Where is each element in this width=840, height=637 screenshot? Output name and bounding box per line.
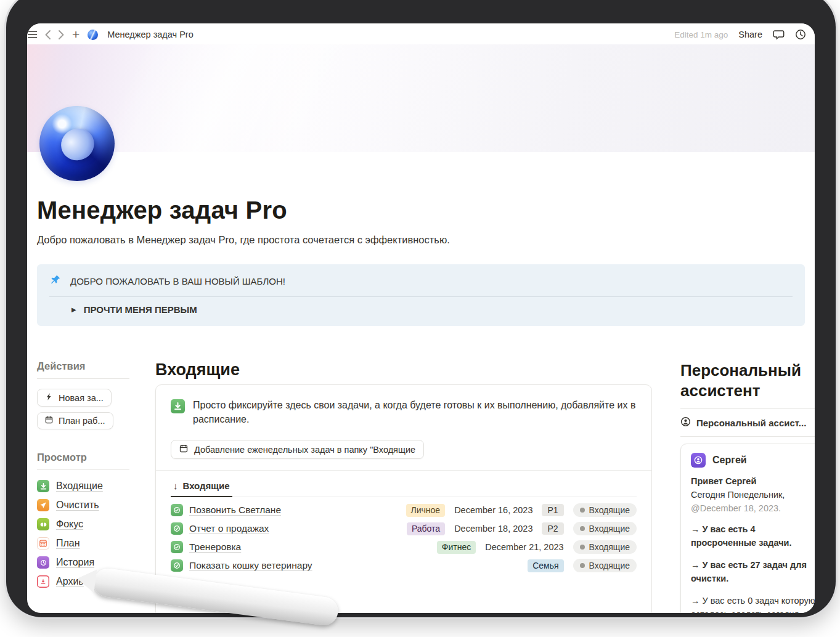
brain-icon [37,518,49,530]
category-tag[interactable]: Фитнес [437,541,476,554]
inbox-card: Просто фиксируйте здесь свои задачи, а к… [155,384,652,613]
calendar-icon [45,416,53,426]
due-date[interactable]: December 16, 2023 [454,505,532,515]
status-dot-icon [580,563,585,568]
share-button[interactable]: Share [738,30,762,39]
task-check-icon[interactable] [171,541,183,553]
sidebar-label: План [56,538,80,549]
calendar-icon [179,444,188,455]
forward-icon[interactable] [59,30,64,39]
priority-badge[interactable]: P2 [542,522,563,535]
assistant-avatar-icon [691,453,706,468]
due-date[interactable]: December 18, 2023 [454,524,532,534]
tab-title[interactable]: Менеджер задач Pro [107,30,193,39]
tab-inbox[interactable]: ↓ Входящие [171,478,232,497]
status-dot-icon [580,508,585,513]
welcome-callout: ДОБРО ПОЖАЛОВАТЬ В ВАШ НОВЫЙ ШАБЛОН! ▶ П… [37,264,805,326]
due-date[interactable]: December 21, 2023 [485,542,563,552]
assistant-bullet: → У вас есть 27 задач для очистки. [691,559,815,586]
inbox-arrow-down-icon [171,399,185,413]
sidebar-item-history[interactable]: История [37,556,129,569]
weekly-tasks-button[interactable]: Добавление еженедельных задач в папку "В… [171,440,424,459]
inbox-section: Входящие Просто фиксируйте здесь свои за… [155,360,652,613]
weekly-tasks-label: Добавление еженедельных задач в папку "В… [194,445,415,455]
assistant-toggle-label: Персональный ассист... [696,418,806,428]
status-pill[interactable]: Входящие [573,559,637,572]
new-task-label: Новая за... [59,393,104,403]
task-title[interactable]: Показать кошку ветеринару [189,560,312,571]
paper-plane-icon [37,499,49,511]
assistant-section: Персональный ассистент Персональный асси… [680,360,815,613]
category-tag[interactable]: Работа [407,522,445,536]
new-task-button[interactable]: Новая за... [37,389,112,407]
task-check-icon[interactable] [171,504,183,516]
status-pill[interactable]: Входящие [573,503,637,517]
status-dot-icon [580,526,585,531]
view-heading: Просмотр [37,452,129,463]
lightning-icon [45,392,53,403]
assistant-name: Сергей [712,455,747,466]
actions-heading: Действия [37,360,129,372]
toggle-label: ПРОЧТИ МЕНЯ ПЕРВЫМ [84,304,197,315]
tablet-frame: + Менеджер задач Pro Edited 1m ago Share… [6,0,836,617]
pushpin-icon [49,274,61,288]
tab-label: Входящие [183,481,230,491]
table-row[interactable]: Отчет о продажах Работа December 18, 202… [171,519,637,538]
table-row[interactable]: Показать кошку ветеринару Семья Входящие [171,556,637,575]
assistant-greeting: Привет Сергей [691,475,815,489]
read-me-first-toggle[interactable]: ▶ ПРОЧТИ МЕНЯ ПЕРВЫМ [71,304,793,315]
browser-topbar: + Менеджер задач Pro Edited 1m ago Share [27,23,815,44]
archive-icon [37,575,49,588]
sidebar-item-focus[interactable]: Фокус [37,518,129,530]
history-clock-icon[interactable] [795,29,806,40]
sidebar-item-inbox[interactable]: Входящие [37,480,129,492]
page-logo [39,106,115,181]
person-circle-icon [680,416,691,429]
task-check-icon[interactable] [171,522,183,535]
assistant-card: Сергей Привет Сергей Сегодня Понедельник… [680,444,815,613]
calendar-grid-icon [37,537,49,550]
task-title[interactable]: Тренеровка [189,542,241,553]
status-dot-icon [580,545,585,550]
task-rows: Позвонить Светлане Личное December 16, 2… [171,501,637,593]
back-icon[interactable] [45,30,51,39]
category-tag[interactable]: Личное [406,504,446,517]
task-title[interactable]: Позвонить Светлане [189,505,281,516]
status-pill[interactable]: Входящие [573,522,637,535]
date-mention[interactable]: @December 18, 2023. [691,502,815,516]
assistant-heading: Персональный ассистент [680,360,815,400]
task-title[interactable]: Отчет о продажах [189,523,269,534]
sidebar-label: Фокус [56,519,83,530]
inbox-note: Просто фиксируйте здесь свои задачи, а к… [193,399,637,426]
clock-icon [37,556,49,569]
page-icon [88,30,98,40]
new-tab-icon[interactable]: + [72,28,80,41]
status-pill[interactable]: Входящие [573,540,637,554]
category-tag[interactable]: Семья [528,559,563,573]
view-tabs: ↓ Входящие [171,478,637,497]
page-subtitle: Добро пожаловать в Менеджер задач Pro, г… [37,234,805,246]
sidebar-item-clear[interactable]: Очистить [37,499,129,511]
menu-icon[interactable] [28,31,37,38]
left-sidebar: Действия Новая за... План раб... [37,360,129,594]
sidebar-label: История [56,557,94,568]
inbox-arrow-down-icon [37,480,49,492]
assistant-toggle[interactable]: Персональный ассист... ⌄ [680,416,815,429]
table-row[interactable]: Тренеровка Фитнес December 21, 2023 Вход… [171,538,637,556]
cover-image [27,44,815,152]
assistant-bullet: → У вас есть 4 просроченные задачи. [691,523,815,550]
page-title: Менеджер задач Pro [37,152,805,224]
sidebar-label: Очистить [56,500,99,511]
table-row[interactable]: Позвонить Светлане Личное December 16, 2… [171,501,637,519]
comments-icon[interactable] [773,29,785,40]
priority-badge[interactable]: P1 [542,504,563,516]
toggle-triangle-icon: ▶ [71,306,76,313]
assistant-line: Сегодня Понедельник, [691,489,815,502]
plan-work-label: План раб... [59,416,105,426]
plan-work-button[interactable]: План раб... [37,412,113,429]
assistant-bullet: → У вас есть 0 задач которую осталось сд… [691,594,815,613]
sidebar-label: Входящие [56,481,103,492]
task-check-icon[interactable] [171,559,183,572]
sidebar-item-plan[interactable]: План [37,537,129,550]
arrow-down-icon: ↓ [173,481,178,491]
